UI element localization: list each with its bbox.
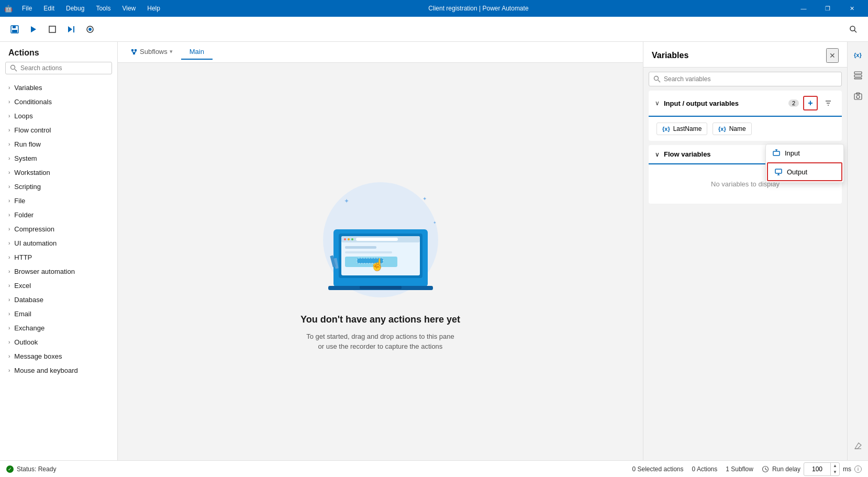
search-actions-input[interactable] — [20, 64, 107, 72]
next-button[interactable] — [63, 21, 80, 38]
tab-main[interactable]: Main — [181, 45, 213, 60]
action-item-outlook[interactable]: › Outlook — [0, 335, 117, 349]
chevron-icon: ∨ — [655, 151, 660, 158]
action-label: Run flow — [14, 140, 41, 148]
actions-list: › Variables › Conditionals › Loops › Flo… — [0, 79, 117, 460]
variables-panel-wrapper: Variables ✕ ∨ Input / output var — [643, 42, 868, 460]
svg-point-26 — [344, 238, 346, 240]
variables-search-box[interactable] — [649, 72, 842, 86]
run-delay-down[interactable]: ▼ — [831, 469, 839, 475]
run-button[interactable] — [25, 21, 42, 38]
action-item-message-boxes[interactable]: › Message boxes — [0, 349, 117, 363]
variable-name-item[interactable]: {x} Name — [713, 123, 752, 135]
menu-debug[interactable]: Debug — [61, 3, 90, 14]
chevron-icon: › — [8, 127, 10, 133]
app-body: Actions › Variables › Conditionals — [0, 17, 868, 477]
action-label: System — [14, 154, 37, 162]
add-variable-button[interactable]: + — [803, 96, 818, 110]
subflows-icon — [130, 48, 138, 56]
run-delay-input[interactable]: ▲ ▼ — [804, 462, 840, 476]
info-icon[interactable]: i — [854, 465, 862, 473]
action-label: Folder — [14, 211, 34, 219]
save-button[interactable] — [6, 21, 23, 38]
subflows-tab-label: Subflows — [140, 48, 168, 56]
search-canvas-button[interactable] — [845, 21, 862, 38]
variable-lastname[interactable]: {x} LastName — [656, 123, 707, 135]
run-delay-value[interactable] — [804, 464, 830, 474]
variable-icon: {x} — [662, 126, 670, 132]
input-output-header[interactable]: ∨ Input / output variables 2 + — [649, 91, 842, 117]
action-item-excel[interactable]: › Excel — [0, 279, 117, 293]
action-label: File — [14, 197, 25, 205]
dropdown-input-option[interactable]: Input — [766, 145, 843, 161]
chevron-icon: › — [8, 325, 10, 331]
menu-tools[interactable]: Tools — [91, 3, 116, 14]
tab-subflows[interactable]: Subflows ▾ — [124, 45, 179, 60]
action-item-workstation[interactable]: › Workstation — [0, 165, 117, 180]
search-icon — [10, 64, 17, 72]
action-item-email[interactable]: › Email — [0, 307, 117, 321]
svg-rect-47 — [854, 72, 862, 74]
menu-view[interactable]: View — [117, 3, 141, 14]
variables-panel-icon[interactable]: {x} — [850, 46, 866, 63]
action-item-flow-control[interactable]: › Flow control — [0, 123, 117, 137]
variable-name: Name — [729, 125, 746, 132]
status-dot: ✓ — [6, 465, 14, 473]
action-item-mouse-keyboard[interactable]: › Mouse and keyboard — [0, 363, 117, 378]
action-item-run-flow[interactable]: › Run flow — [0, 137, 117, 151]
action-item-variables[interactable]: › Variables — [0, 81, 117, 95]
action-item-scripting[interactable]: › Scripting — [0, 180, 117, 194]
menu-bar[interactable]: File Edit Debug Tools View Help — [17, 3, 165, 14]
minimize-button[interactable]: — — [792, 0, 816, 17]
action-label: Workstation — [14, 169, 50, 176]
status-label: Status: Ready — [17, 465, 56, 473]
screenshot-icon-button[interactable] — [850, 88, 866, 105]
svg-point-11 — [11, 65, 15, 70]
run-delay-up[interactable]: ▲ — [831, 463, 839, 469]
record-button[interactable] — [82, 21, 98, 38]
action-label: Scripting — [14, 183, 41, 191]
chevron-icon: › — [8, 226, 10, 232]
action-item-folder[interactable]: › Folder — [0, 208, 117, 222]
action-label: Conditionals — [14, 98, 52, 106]
selected-actions-count: 0 Selected actions — [632, 465, 683, 473]
dropdown-output-option[interactable]: Output — [767, 162, 842, 181]
run-delay-group: Run delay ▲ ▼ ms i — [762, 462, 862, 476]
stop-button[interactable] — [44, 21, 61, 38]
action-label: Database — [14, 296, 43, 304]
filter-variables-button[interactable] — [821, 96, 836, 110]
window-controls[interactable]: — ❐ ✕ — [792, 0, 864, 17]
chevron-icon: › — [8, 156, 10, 161]
chevron-icon: ∨ — [655, 99, 660, 107]
search-variables-input[interactable] — [664, 75, 837, 83]
eraser-icon-button[interactable] — [850, 437, 866, 454]
svg-text:{x}: {x} — [854, 52, 862, 58]
action-label: Excel — [14, 282, 31, 290]
action-item-file[interactable]: › File — [0, 194, 117, 208]
variables-close-button[interactable]: ✕ — [826, 48, 839, 63]
menu-edit[interactable]: Edit — [38, 3, 60, 14]
variables-panel: Variables ✕ ∨ Input / output var — [643, 42, 847, 460]
svg-line-56 — [765, 469, 767, 470]
variable-icon: {x} — [718, 126, 726, 132]
subflow-count: 1 Subflow — [726, 465, 753, 473]
action-item-ui-automation[interactable]: › UI automation — [0, 236, 117, 250]
action-item-loops[interactable]: › Loops — [0, 109, 117, 123]
svg-rect-44 — [773, 151, 780, 156]
action-item-browser-automation[interactable]: › Browser automation — [0, 264, 117, 279]
action-label: Browser automation — [14, 268, 75, 275]
menu-file[interactable]: File — [17, 3, 37, 14]
layers-icon-button[interactable] — [850, 67, 866, 84]
menu-help[interactable]: Help — [142, 3, 165, 14]
action-item-http[interactable]: › HTTP — [0, 250, 117, 264]
empty-state-subtitle: To get started, drag and drop actions to… — [306, 331, 454, 352]
action-item-database[interactable]: › Database — [0, 293, 117, 307]
close-button[interactable]: ✕ — [840, 0, 864, 17]
action-item-exchange[interactable]: › Exchange — [0, 321, 117, 335]
maximize-button[interactable]: ❐ — [816, 0, 840, 17]
action-item-system[interactable]: › System — [0, 151, 117, 165]
action-item-conditionals[interactable]: › Conditionals — [0, 95, 117, 109]
action-item-compression[interactable]: › Compression — [0, 222, 117, 236]
actions-search-box[interactable] — [5, 62, 112, 74]
variable-name: LastName — [673, 125, 702, 132]
